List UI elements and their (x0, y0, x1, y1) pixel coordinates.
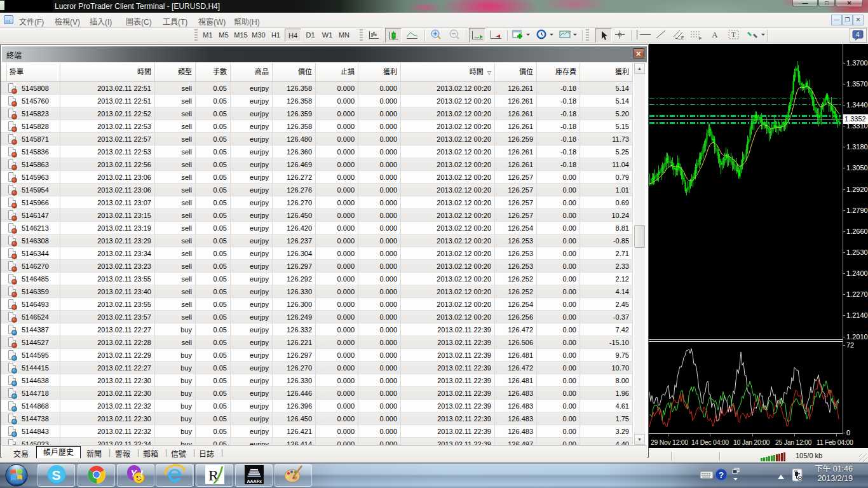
svg-text:?: ? (719, 470, 724, 480)
svg-text:S: S (51, 468, 60, 482)
svg-text:AAAFx: AAAFx (247, 479, 261, 484)
svg-text:A: A (712, 30, 718, 39)
svg-text:E: E (681, 36, 684, 40)
svg-text:F: F (699, 36, 702, 41)
svg-text:4: 4 (856, 31, 860, 38)
svg-text:T: T (731, 30, 736, 38)
